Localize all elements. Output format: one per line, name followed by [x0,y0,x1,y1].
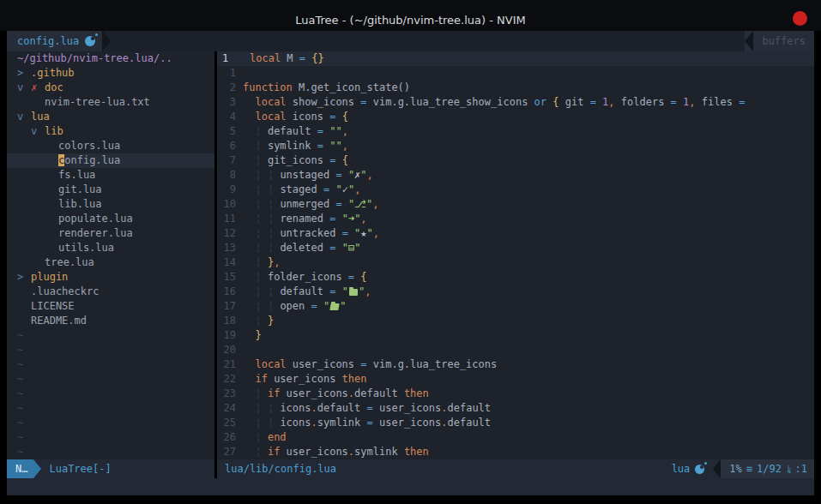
line-number: 4 [217,110,243,124]
code-line[interactable]: 3 local show_icons = vim.g.lua_tree_show… [217,95,814,110]
code-line[interactable]: 13 ¦ ¦ deleted = "⊟" [217,241,814,255]
code-line[interactable]: 10 ¦ ¦ unmerged = "⎇", [217,197,814,212]
code-line[interactable]: 5 ¦ default = "", [217,124,814,139]
tree-item[interactable]: colors.lua [7,139,214,153]
code-line[interactable]: 1 [217,66,814,81]
code-line[interactable]: 20 [217,343,814,357]
filetype-label: lua [672,463,691,475]
code-line[interactable]: 12 ¦ ¦ untracked = "★", [217,226,814,241]
tree-item-label: plugin [31,270,68,285]
code-line[interactable]: 27 ¦ if user_icons.symlink then [217,445,814,459]
command-line[interactable] [7,478,814,495]
code-line[interactable]: 21 local user_icons = vim.g.lua_tree_ico… [217,357,814,372]
tab-config-lua[interactable]: config.lua [7,31,102,51]
tree-item[interactable]: >.github [7,66,214,81]
statusline-row: N… LuaTree[-] lua/lib/config.lua lua 1% … [7,459,814,478]
tree-item[interactable]: v✗doc [7,81,214,95]
tree-item[interactable]: LICENSE [7,299,214,314]
tree-item[interactable]: git.lua [7,183,214,197]
tree-item-label: ~/github/nvim-tree.lua/.. [17,51,172,66]
empty-line-tilde: ~ [7,328,214,343]
tree-item-label: .luacheckrc [31,285,99,299]
code-line[interactable]: 6 ¦ symlink = "", [217,139,814,153]
lua-moon-icon [695,465,704,474]
indent-guide: ¦ [255,125,261,137]
tree-item[interactable]: config.lua [7,153,214,168]
chevron-right-icon[interactable]: > [17,270,31,285]
line-number: 13 [217,241,243,255]
code-line[interactable]: 24 ¦ ¦ icons.default = user_icons.defaul… [217,401,814,416]
indent-guide: ¦ [255,140,261,152]
code-line[interactable]: 14 ¦ }, [217,255,814,270]
buffers-label: buffers [753,35,814,47]
code-line[interactable]: 17 ¦ ¦ open = "" [217,299,814,314]
tree-item-label: fs.lua [58,168,95,183]
tree-item-label: tree.lua [45,255,94,270]
line-number: 6 [217,139,243,153]
code-line[interactable]: 15 ¦ folder_icons = { [217,270,814,285]
tree-item[interactable]: renderer.lua [7,226,214,241]
code-line[interactable]: 19 } [217,328,814,343]
code-line[interactable]: 7 ¦ git_icons = { [217,153,814,168]
tree-item-label: LICENSE [31,299,75,314]
tree-item-label: renderer.lua [58,226,133,241]
chevron-right-icon[interactable]: > [17,66,31,81]
code-line[interactable]: 26 ¦ end [217,430,814,445]
tree-item[interactable]: fs.lua [7,168,214,183]
tree-item[interactable]: tree.lua [7,255,214,270]
scroll-percent: 1% [729,463,741,475]
indent-guide: ¦ [255,242,261,254]
code-line[interactable]: 4 local icons = { [217,110,814,124]
red-circle-icon[interactable] [793,11,807,26]
tree-item[interactable]: README.md [7,314,214,328]
code-line[interactable]: 16 ¦ ¦ default = "", [217,285,814,299]
editor-pane[interactable]: 1local M = {}12function M.get_icon_state… [217,51,814,459]
chevron-down-icon[interactable]: v [17,110,31,124]
tree-item[interactable]: .luacheckrc [7,285,214,299]
editor-statusline: lua/lib/config.lua lua 1% ≡ 1/92 L N [217,459,814,478]
code-line[interactable]: 23 ¦ if user_icons.default then [217,387,814,401]
indent-guide: ¦ [255,271,261,283]
tree-item[interactable]: vlua [7,110,214,124]
code-line[interactable]: 2function M.get_icon_state() [217,81,814,95]
tree-item[interactable]: lib.lua [7,197,214,212]
indent-guide: ¦ [255,402,261,414]
indent-guide: ¦ [255,256,261,268]
file-tree-pane[interactable]: ~/github/nvim-tree.lua/..>.githubv✗docnv… [7,51,214,459]
tree-item[interactable]: vlib [7,124,214,139]
empty-line-tilde: ~ [7,401,214,416]
tree-item[interactable]: >plugin [7,270,214,285]
code-lines: 1local M = {}12function M.get_icon_state… [217,51,814,459]
empty-line-tilde: ~ [7,387,214,401]
powerline-arrow-icon [102,31,111,51]
code-line[interactable]: 18 ¦ } [217,314,814,328]
line-number: 15 [217,270,243,285]
tree-item[interactable]: utils.lua [7,241,214,255]
buffers-segment[interactable]: buffers [745,31,814,51]
tree-item-label: lib [45,124,63,139]
tree-statusline: N… LuaTree[-] [7,459,214,478]
folder-icon [349,289,358,296]
code-line[interactable]: 8 ¦ ¦ unstaged = "✗", [217,168,814,183]
indent-guide: ¦ [255,198,261,210]
line-number: 5 [217,124,243,139]
indent-guide: ¦ [255,315,261,327]
line-number: 11 [217,212,243,226]
code-line[interactable]: 25 ¦ ¦ icons.symlink = user_icons.defaul… [217,416,814,430]
chevron-down-icon[interactable]: v [17,81,31,95]
indent-guide: ¦ [255,300,261,312]
chevron-down-icon[interactable]: v [31,124,45,139]
code-line[interactable]: 22 if user_icons then [217,372,814,387]
position-segment: 1% ≡ 1/92 L N :1 [721,459,814,478]
code-line[interactable]: 11 ¦ ¦ renamed = "➜", [217,212,814,226]
code-line[interactable]: 9 ¦ ¦ staged = "✓", [217,183,814,197]
tree-item[interactable]: nvim-tree-lua.txt [7,95,214,110]
line-number: 1 [217,51,250,66]
line-number: 18 [217,314,243,328]
code-line[interactable]: 1local M = {} [217,51,814,66]
line-number: 25 [217,416,243,430]
tree-item-label: lib.lua [58,197,102,212]
line-number: 16 [217,285,243,299]
tree-item[interactable]: populate.lua [7,212,214,226]
tree-item[interactable]: ~/github/nvim-tree.lua/.. [7,51,214,66]
